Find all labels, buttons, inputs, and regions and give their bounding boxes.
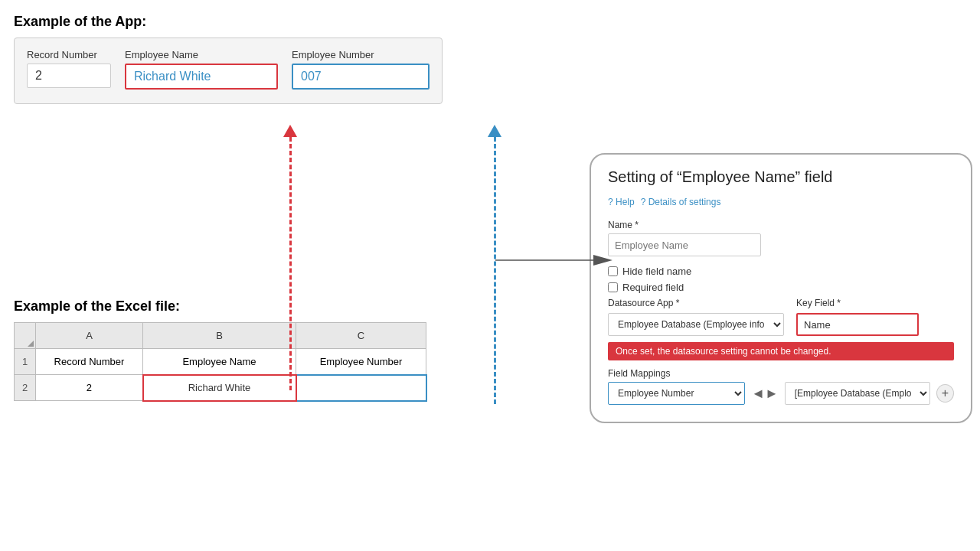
app-example-title: Example of the App: [14, 14, 443, 30]
employee-name-input[interactable] [125, 64, 278, 90]
excel-table: A B C 1 Record Number Employee Name Empl… [14, 322, 427, 402]
blue-arrow-head [488, 125, 501, 137]
employee-name-field: Employee Name [125, 49, 278, 90]
name-section: Name * [608, 220, 954, 256]
corner-cell [15, 323, 36, 349]
required-field-checkbox-row: Required field [608, 282, 954, 293]
settings-links: ? Help ? Details of settings [608, 197, 954, 207]
record-number-input[interactable] [27, 64, 111, 88]
required-field-checkbox[interactable] [608, 282, 618, 292]
page-container: Example of the App: Record Number Employ… [0, 0, 980, 551]
employee-name-label: Employee Name [125, 49, 278, 60]
error-banner: Once set, the datasource setting cannot … [608, 342, 954, 360]
record-number-field: Record Number [27, 49, 111, 88]
app-form: Record Number Employee Name Employee Num… [14, 37, 443, 104]
field-mappings-row: Employee Number ◄► [Employee Database (E… [608, 382, 954, 405]
row-1-col-c: Employee Number [296, 349, 426, 375]
key-field-col: Key Field * [796, 298, 919, 336]
excel-example-section: Example of the Excel file: A B C 1 Recor… [14, 298, 427, 402]
field-mappings-label: Field Mappings [608, 368, 954, 379]
excel-row-1: 1 Record Number Employee Name Employee N… [15, 349, 426, 375]
datasource-col: Datasource App * Employee Database (Empl… [608, 298, 784, 336]
app-example-section: Example of the App: Record Number Employ… [14, 14, 443, 104]
red-dashed-arrow [289, 130, 292, 390]
app-form-row: Record Number Employee Name Employee Num… [27, 49, 430, 90]
row-2-header: 2 [15, 375, 36, 401]
datasource-select[interactable]: Employee Database (Employee information) [608, 313, 784, 336]
name-field-label: Name * [608, 220, 954, 230]
record-number-label: Record Number [27, 49, 111, 60]
settings-panel: Setting of “Employee Name” field ? Help … [590, 153, 972, 423]
mapping-add-button[interactable]: + [936, 384, 954, 403]
mapping-target-select[interactable]: [Employee Database (Employee i… [785, 382, 930, 405]
key-field-label: Key Field * [796, 298, 919, 308]
details-link[interactable]: ? Details of settings [641, 197, 721, 207]
col-c-header: C [296, 323, 426, 349]
help-link[interactable]: ? Help [608, 197, 635, 207]
row-2-col-b: Richard White [143, 375, 296, 401]
col-b-header: B [143, 323, 296, 349]
name-input[interactable] [608, 233, 761, 256]
settings-panel-title: Setting of “Employee Name” field [608, 168, 954, 186]
employee-number-label: Employee Number [292, 49, 430, 60]
field-mappings-section: Field Mappings Employee Number ◄► [Emplo… [608, 368, 954, 405]
key-field-input[interactable] [796, 313, 919, 336]
datasource-label: Datasource App * [608, 298, 784, 308]
col-a-header: A [36, 323, 143, 349]
row-1-col-a: Record Number [36, 349, 143, 375]
excel-row-2: 2 2 Richard White [15, 375, 426, 401]
row-1-col-b: Employee Name [143, 349, 296, 375]
hide-field-checkbox[interactable] [608, 266, 618, 276]
red-arrow-head [283, 125, 297, 137]
blue-dashed-arrow [494, 130, 496, 404]
mapping-source-select[interactable]: Employee Number [608, 382, 745, 405]
required-field-label: Required field [622, 282, 684, 293]
row-1-header: 1 [15, 349, 36, 375]
employee-number-input[interactable] [292, 64, 430, 90]
excel-example-title: Example of the Excel file: [14, 298, 427, 315]
mapping-arrow-icon: ◄► [751, 386, 779, 402]
datasource-key-row: Datasource App * Employee Database (Empl… [608, 298, 954, 336]
employee-number-field: Employee Number [292, 49, 430, 90]
row-2-col-a: 2 [36, 375, 143, 401]
hide-field-label: Hide field name [622, 266, 691, 277]
row-2-col-c [296, 375, 426, 401]
hide-field-checkbox-row: Hide field name [608, 266, 954, 277]
